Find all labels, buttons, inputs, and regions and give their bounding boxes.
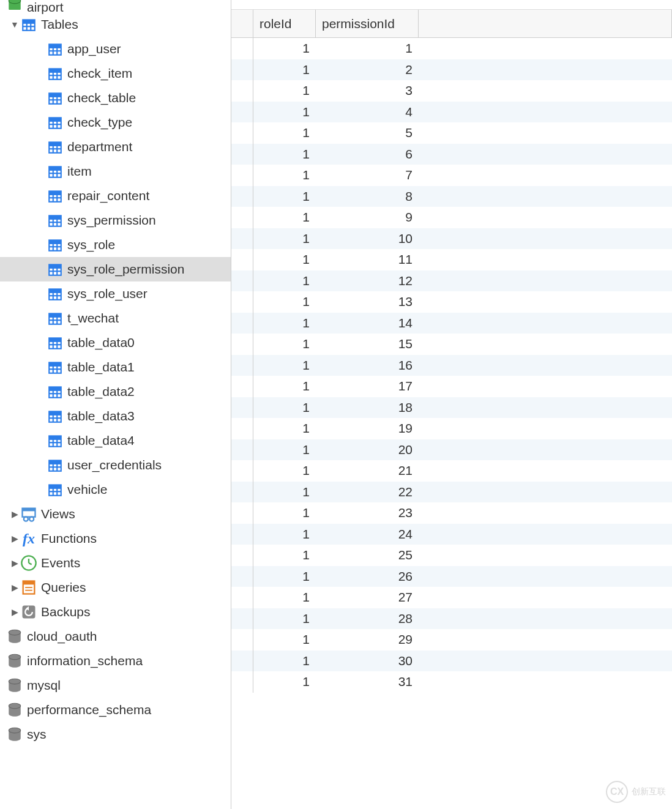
cell-permissionid[interactable]: 27 [316,590,419,605]
cell-roleid[interactable]: 1 [253,527,316,542]
cell-roleid[interactable]: 1 [253,294,316,309]
cell-roleid[interactable]: 1 [253,337,316,351]
table-node[interactable]: sys_role_user [0,281,231,306]
table-row[interactable]: 126 [231,566,672,587]
table-row[interactable]: 116 [231,355,672,376]
table-row[interactable]: 122 [231,482,672,503]
cell-roleid[interactable]: 1 [253,611,316,626]
table-row[interactable]: 115 [231,334,672,355]
table-row[interactable]: 121 [231,460,672,482]
cell-roleid[interactable]: 1 [253,485,316,499]
cell-permissionid[interactable]: 18 [316,400,419,415]
cell-roleid[interactable]: 1 [253,105,316,119]
table-row[interactable]: 113 [231,291,672,313]
cell-permissionid[interactable]: 5 [316,125,419,140]
table-row[interactable]: 14 [231,102,672,123]
table-row[interactable]: 13 [231,80,672,102]
table-row[interactable]: 127 [231,587,672,608]
cell-permissionid[interactable]: 7 [316,168,419,182]
tables-folder[interactable]: ▼ Tables [0,12,231,37]
table-row[interactable]: 129 [231,629,672,651]
table-row[interactable]: 111 [231,249,672,270]
table-node[interactable]: table_data4 [0,428,231,453]
table-node[interactable]: table_data3 [0,404,231,428]
cell-roleid[interactable]: 1 [253,231,316,246]
folder-node-backups[interactable]: ▶Backups [0,600,231,624]
table-row[interactable]: 124 [231,524,672,545]
table-row[interactable]: 11 [231,38,672,59]
cell-permissionid[interactable]: 26 [316,569,419,584]
table-row[interactable]: 110 [231,228,672,250]
cell-roleid[interactable]: 1 [253,674,316,689]
table-node[interactable]: sys_role_permission [0,257,231,281]
database-node[interactable]: performance_schema [0,698,231,722]
folder-node-events[interactable]: ▶Events [0,551,231,575]
table-row[interactable]: 114 [231,313,672,334]
table-node[interactable]: user_credentials [0,453,231,477]
cell-roleid[interactable]: 1 [253,400,316,415]
cell-permissionid[interactable]: 17 [316,379,419,393]
cell-permissionid[interactable]: 20 [316,442,419,457]
table-node[interactable]: check_type [0,110,231,135]
cell-roleid[interactable]: 1 [253,210,316,225]
table-row[interactable]: 130 [231,651,672,672]
cell-permissionid[interactable]: 30 [316,654,419,668]
database-node[interactable]: sys [0,722,231,747]
table-node[interactable]: check_table [0,86,231,110]
table-row[interactable]: 12 [231,59,672,81]
table-node[interactable]: app_user [0,37,231,61]
cell-roleid[interactable]: 1 [253,569,316,584]
database-node[interactable]: cloud_oauth [0,624,231,649]
cell-permissionid[interactable]: 16 [316,358,419,373]
table-row[interactable]: 119 [231,418,672,439]
table-row[interactable]: 120 [231,439,672,461]
folder-node-views[interactable]: ▶Views [0,502,231,526]
cell-roleid[interactable]: 1 [253,83,316,98]
cell-roleid[interactable]: 1 [253,168,316,182]
folder-node-functions[interactable]: ▶fxFunctions [0,526,231,551]
table-node[interactable]: table_data0 [0,330,231,355]
table-node[interactable]: check_item [0,61,231,86]
cell-permissionid[interactable]: 23 [316,505,419,520]
table-node[interactable]: table_data1 [0,355,231,379]
cell-permissionid[interactable]: 11 [316,252,419,267]
table-row[interactable]: 128 [231,608,672,630]
cell-permissionid[interactable]: 24 [316,527,419,542]
cell-roleid[interactable]: 1 [253,548,316,562]
cell-permissionid[interactable]: 29 [316,632,419,647]
table-row[interactable]: 118 [231,397,672,419]
cell-roleid[interactable]: 1 [253,125,316,140]
cell-permissionid[interactable]: 28 [316,611,419,626]
cell-permissionid[interactable]: 21 [316,463,419,478]
cell-roleid[interactable]: 1 [253,463,316,478]
table-node[interactable]: department [0,135,231,159]
cell-permissionid[interactable]: 10 [316,231,419,246]
cell-roleid[interactable]: 1 [253,189,316,204]
cell-roleid[interactable]: 1 [253,654,316,668]
cell-permissionid[interactable]: 25 [316,548,419,562]
cell-permissionid[interactable]: 2 [316,62,419,77]
cell-roleid[interactable]: 1 [253,316,316,330]
cell-permissionid[interactable]: 9 [316,210,419,225]
cell-permissionid[interactable]: 14 [316,316,419,330]
cell-permissionid[interactable]: 22 [316,485,419,499]
cell-permissionid[interactable]: 12 [316,274,419,288]
table-node[interactable]: table_data2 [0,379,231,404]
cell-roleid[interactable]: 1 [253,147,316,162]
table-row[interactable]: 16 [231,144,672,165]
database-node[interactable]: information_schema [0,649,231,673]
folder-node-queries[interactable]: ▶Queries [0,575,231,600]
table-row[interactable]: 131 [231,671,672,693]
table-node[interactable]: sys_role [0,233,231,257]
cell-roleid[interactable]: 1 [253,252,316,267]
cell-roleid[interactable]: 1 [253,274,316,288]
cell-permissionid[interactable]: 1 [316,41,419,56]
table-node[interactable]: t_wechat [0,306,231,330]
table-node[interactable]: item [0,159,231,184]
database-node[interactable]: mysql [0,673,231,698]
cell-permissionid[interactable]: 15 [316,337,419,351]
table-row[interactable]: 15 [231,122,672,144]
table-row[interactable]: 18 [231,186,672,207]
cell-roleid[interactable]: 1 [253,358,316,373]
cell-permissionid[interactable]: 13 [316,294,419,309]
